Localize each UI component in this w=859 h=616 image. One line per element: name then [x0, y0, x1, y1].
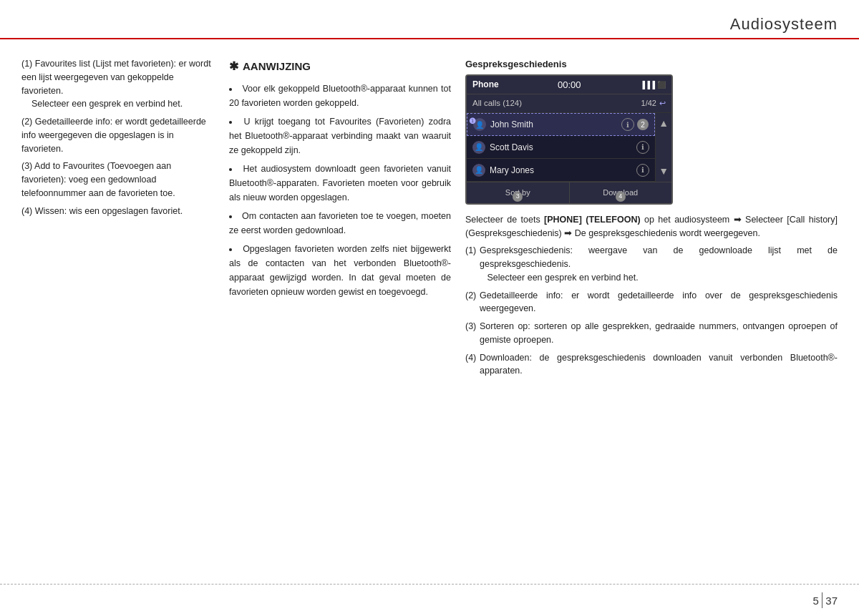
footer-divider [822, 592, 823, 608]
footer-page-right: 37 [825, 595, 838, 607]
contact-row-scott-davis[interactable]: 👤 Scott Davis ℹ [467, 136, 655, 159]
note-title-text: AANWIJZING [243, 58, 311, 75]
left-column: (1) Favourites list (Lijst met favoriete… [21, 57, 215, 573]
mid-column: ✱ AANWIJZING Voor elk gekoppeld Bluetoot… [229, 57, 451, 573]
phone-list-area: ❶ 👤 John Smith ℹ 2 👤 Scott Davis ℹ � [467, 113, 671, 182]
left-item-4-num: (4) [21, 206, 35, 216]
sort-by-num: 3 [513, 192, 523, 202]
contact-row-mary-jones[interactable]: 👤 Mary Jones ℹ [467, 159, 655, 182]
bullet-4: Om contacten aan favorieten toe te voege… [229, 209, 451, 238]
page-title: Audiosysteem [730, 15, 838, 34]
phone-mockup: Phone 00:00 ▐▐▐ ⬛ All calls (124) 1/42 ↩ [465, 74, 673, 205]
left-item-4-text: Wissen: wis een opgeslagen favoriet. [35, 206, 183, 216]
left-item-1-num: (1) [21, 59, 35, 69]
right-item-1-text: Gespreksgeschiedenis: weergave van de ge… [480, 245, 838, 269]
phone-footer-buttons: Sort by 3 Download 4 [467, 182, 671, 203]
right-item-2-text: Gedetailleerde info: er wordt gedetaille… [480, 290, 838, 314]
contact-icon-3: 👤 [472, 164, 485, 177]
page-num: 1/42 [641, 97, 656, 109]
right-item-4-text: Downloaden: de gespreksgeschiedenis down… [480, 353, 838, 376]
download-button[interactable]: Download 4 [570, 182, 672, 203]
info-icon-1[interactable]: ℹ [621, 118, 634, 131]
contact-name-john-smith: John Smith [490, 118, 618, 131]
left-item-1-text: Favourites list (Lijst met favorieten): … [21, 59, 211, 96]
right-column: Gespreksgeschiedenis Phone 00:00 ▐▐▐ ⬛ A… [465, 57, 838, 573]
left-item-1: (1) Favourites list (Lijst met favoriete… [21, 57, 215, 111]
contact-name-mary-jones: Mary Jones [490, 164, 634, 177]
right-heading: Gespreksgeschiedenis [465, 57, 838, 72]
right-item-1-num: (1) [465, 244, 476, 258]
note-title: ✱ AANWIJZING [229, 57, 451, 76]
right-item-1: (1) Gespreksgeschiedenis: weergave van d… [465, 244, 838, 284]
left-item-4: (4) Wissen: wis een opgeslagen favoriet. [21, 205, 215, 218]
right-item-1-sub: Selecteer een gesprek en verbind het. [487, 273, 638, 283]
sort-by-button[interactable]: Sort by 3 [467, 182, 570, 203]
right-item-3-num: (3) [465, 320, 476, 333]
right-item-4-num: (4) [465, 351, 476, 365]
scroll-arrows: ▲ ▼ [655, 113, 671, 182]
footer-page-left: 5 [812, 595, 818, 607]
phone-header: Phone 00:00 ▐▐▐ ⬛ [467, 76, 671, 95]
contact-name-scott-davis: Scott Davis [490, 141, 634, 154]
footer: 5 37 [0, 584, 859, 616]
download-num: 4 [616, 192, 626, 202]
phone-page-info: 1/42 ↩ [641, 97, 666, 109]
bullet-3: Het audiosystem downloadt geen favoriete… [229, 162, 451, 205]
asterisk-icon: ✱ [229, 57, 238, 76]
main-content: (1) Favourites list (Lijst met favoriete… [0, 43, 859, 580]
bullet-2: U krijgt toegang tot Favourites (Favorie… [229, 114, 451, 157]
phone-calls-label: All calls (124) [472, 97, 522, 109]
left-item-3-num: (3) [21, 161, 34, 171]
right-item-2-num: (2) [465, 289, 476, 303]
header: Audiosysteem [0, 0, 859, 39]
left-item-2-text: Gedetailleerde info: er wordt gedetaille… [21, 117, 206, 154]
phone-subheader: All calls (124) 1/42 ↩ [467, 94, 671, 113]
right-item-3-text: Sorteren op: sorteren op alle gesprekken… [480, 321, 838, 345]
note-bullets: Voor elk gekoppeld Bluetooth®-apparaat k… [229, 82, 451, 299]
phone-header-title: Phone [472, 78, 499, 91]
scroll-up-icon[interactable]: ▲ [659, 116, 669, 131]
back-arrow-icon[interactable]: ↩ [659, 97, 666, 109]
row-num-1: ❶ [469, 115, 476, 127]
signal-bars: ▐▐▐ ⬛ [640, 79, 666, 90]
info-icon-2[interactable]: ℹ [636, 141, 649, 154]
phone-key-label: [PHONE] (TELEFOON) [544, 215, 641, 225]
left-item-1-sub: Selecteer een gesprek en verbind het. [31, 99, 183, 109]
bullet-5: Opgeslagen favorieten worden zelfs niet … [229, 242, 451, 299]
right-item-3: (3) Sorteren op: sorteren op alle gespre… [465, 320, 838, 347]
badge-num-2: 2 [637, 119, 649, 130]
info-icon-3[interactable]: ℹ [636, 164, 649, 177]
right-intro: Selecteer de toets [PHONE] (TELEFOON) op… [465, 213, 838, 240]
phone-contact-list: ❶ 👤 John Smith ℹ 2 👤 Scott Davis ℹ � [467, 113, 655, 182]
contact-icon-2: 👤 [472, 141, 485, 154]
scroll-down-icon[interactable]: ▼ [659, 164, 669, 179]
left-item-3: (3) Add to Favourites (Toevoegen aan fav… [21, 160, 215, 200]
right-list: (1) Gespreksgeschiedenis: weergave van d… [465, 244, 838, 378]
left-item-3-text: Add to Favourites (Toevoegen aan favorie… [21, 161, 175, 198]
contact-row-john-smith[interactable]: ❶ 👤 John Smith ℹ 2 [467, 113, 655, 136]
right-item-2: (2) Gedetailleerde info: er wordt gedeta… [465, 289, 838, 316]
bullet-1: Voor elk gekoppeld Bluetooth®-apparaat k… [229, 82, 451, 110]
left-item-2-num: (2) [21, 117, 35, 127]
right-text: Selecteer de toets [PHONE] (TELEFOON) op… [465, 213, 838, 378]
left-item-2: (2) Gedetailleerde info: er wordt gedeta… [21, 115, 215, 155]
phone-signal: ▐▐▐ ⬛ [640, 79, 666, 90]
right-item-4: (4) Downloaden: de gespreksgeschiedenis … [465, 351, 838, 378]
phone-time: 00:00 [558, 78, 581, 92]
